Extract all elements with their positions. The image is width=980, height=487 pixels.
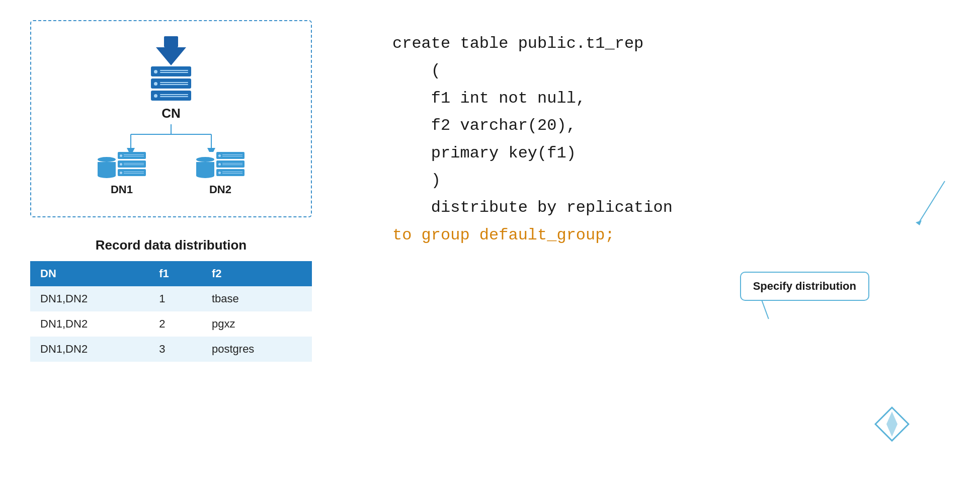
code-line-3: f2 varchar(20), [392,112,950,139]
cn-server-icon [151,66,191,101]
callout-text: Specify distribution [753,280,856,292]
table-row: DN1,DN22pgxz [30,311,312,337]
code-line-0: create table public.t1_rep [392,30,950,57]
right-panel: create table public.t1_rep ( f1 int not … [342,20,950,467]
architecture-diagram: CN [30,20,312,217]
table-cell-1: 1 [149,286,202,311]
diamond-decoration [874,407,910,442]
data-table: DN f1 f2 DN1,DN21tbaseDN1,DN22pgxzDN1,DN… [30,261,312,362]
col-f2: f2 [202,261,312,286]
callout-bubble: Specify distribution [740,272,869,301]
code-line-4: primary key(f1) [392,140,950,167]
code-block: create table public.t1_rep ( f1 int not … [392,30,950,249]
col-dn: DN [30,261,149,286]
dn2-node: DN2 [196,152,244,196]
table-row: DN1,DN23postgres [30,337,312,362]
dn1-server-icon [118,152,146,176]
col-f1: f1 [149,261,202,286]
table-cell-2: postgres [202,337,312,362]
table-cell-1: 3 [149,337,202,362]
table-cell-2: tbase [202,286,312,311]
callout-arrow [915,181,975,231]
dn1-node: DN1 [98,152,146,196]
code-line-6: distribute by replication [392,194,950,221]
code-line-5: ) [392,167,950,194]
svg-marker-7 [886,412,897,437]
table-cell-0: DN1,DN2 [30,286,149,311]
table-header-row: DN f1 f2 [30,261,312,286]
table-row: DN1,DN21tbase [30,286,312,311]
dn2-label: DN2 [209,183,231,196]
table-cell-1: 2 [149,311,202,337]
svg-marker-5 [916,220,922,225]
code-line-2: f1 int not null, [392,85,950,112]
dn1-label: DN1 [111,183,133,196]
tree-lines [101,124,241,152]
dn2-server-icon [216,152,244,176]
dn-nodes-row: DN1 [98,152,244,196]
code-line-1: ( [392,57,950,85]
table-section: Record data distribution DN f1 f2 DN1,DN… [30,237,312,362]
code-line-7: to group default_group; [392,222,950,249]
table-cell-0: DN1,DN2 [30,311,149,337]
table-cell-0: DN1,DN2 [30,337,149,362]
dn2-db-icon [196,157,214,178]
svg-line-4 [920,181,945,221]
table-title: Record data distribution [30,237,312,253]
cn-label: CN [161,106,181,121]
left-panel: CN [30,20,342,467]
dn1-db-icon [98,157,116,178]
table-cell-2: pgxz [202,311,312,337]
